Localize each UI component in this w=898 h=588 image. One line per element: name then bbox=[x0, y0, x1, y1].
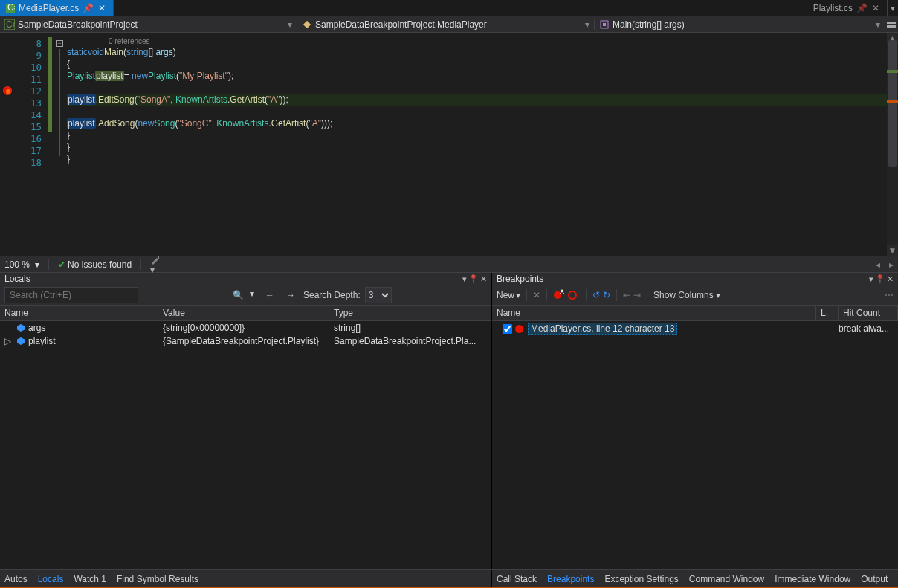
zoom-level[interactable]: 100 % ▾ bbox=[4, 259, 39, 270]
cell-value: {SampleDataBreakpointProject.Playlist} bbox=[158, 336, 329, 346]
scrollbar-thumb[interactable] bbox=[888, 40, 897, 167]
breakpoint-dot-icon bbox=[515, 325, 523, 333]
locals-row[interactable]: ▷playlist{SampleDataBreakpointProject.Pl… bbox=[0, 335, 491, 348]
depth-select[interactable]: 3 bbox=[365, 287, 392, 303]
depth-label: Search Depth: bbox=[303, 290, 361, 300]
chevron-down-icon: ▾ bbox=[585, 19, 589, 30]
tool-tab[interactable]: Exception Settings bbox=[604, 574, 678, 584]
pin-icon[interactable]: 📍 bbox=[875, 274, 885, 284]
col-value[interactable]: Value bbox=[158, 306, 329, 320]
locals-header[interactable]: Name Value Type bbox=[0, 306, 491, 321]
tool-tab[interactable]: Breakpoints bbox=[547, 574, 594, 584]
tool-tab[interactable]: Locals bbox=[38, 574, 64, 584]
breakpoints-grid[interactable]: MediaPlayer.cs, line 12 character 13brea… bbox=[492, 321, 898, 569]
close-icon[interactable]: ✕ bbox=[870, 3, 881, 13]
col-hitcount[interactable]: Hit Count bbox=[839, 306, 898, 320]
scroll-down-icon[interactable]: ▼ bbox=[887, 245, 898, 256]
class-dropdown[interactable]: SampleDataBreakpointProject.MediaPlayer … bbox=[297, 19, 595, 30]
search-input[interactable] bbox=[4, 287, 138, 303]
cell-name: playlist bbox=[12, 336, 158, 346]
cleanup-button[interactable]: ▾ bbox=[150, 254, 161, 275]
tool-tab[interactable]: Output bbox=[861, 574, 888, 584]
show-columns-button[interactable]: Show Columns ▾ bbox=[653, 290, 720, 300]
svg-rect-8 bbox=[158, 256, 159, 259]
tool-tab[interactable]: Call Stack bbox=[497, 574, 537, 584]
nav-forward-button[interactable]: → bbox=[282, 287, 299, 303]
hscroll-right-icon[interactable]: ▸ bbox=[889, 259, 894, 270]
locals-row[interactable]: args{string[0x00000000]}string[] bbox=[0, 321, 491, 335]
svg-rect-7 bbox=[887, 25, 896, 28]
dropdown-icon[interactable]: ▾ bbox=[250, 288, 254, 299]
svg-rect-5 bbox=[603, 23, 606, 26]
project-dropdown[interactable]: C# SampleDataBreakpointProject ▾ bbox=[0, 19, 297, 30]
go-to-disasm-button[interactable]: ⇥ bbox=[633, 290, 641, 300]
cell-type: string[] bbox=[329, 323, 491, 333]
col-type[interactable]: Type bbox=[329, 306, 491, 320]
csharp-project-icon: C# bbox=[4, 19, 15, 30]
tab-overflow[interactable]: ▾ bbox=[888, 0, 898, 16]
tab-playlist[interactable]: Playlist.cs 📌 ✕ bbox=[807, 0, 888, 16]
export-button[interactable]: ↻ bbox=[603, 290, 610, 300]
breakpoint-checkbox[interactable] bbox=[503, 324, 512, 334]
close-icon[interactable]: ✕ bbox=[97, 3, 107, 13]
close-icon[interactable]: ✕ bbox=[480, 274, 487, 284]
breakpoint-x-icon: x bbox=[553, 289, 565, 301]
panel-title-bar[interactable]: Locals ▾ 📍 ✕ bbox=[0, 273, 491, 285]
svg-rect-6 bbox=[887, 22, 896, 24]
cell-name: args bbox=[12, 323, 158, 333]
hscroll-left-icon[interactable]: ◂ bbox=[876, 259, 880, 270]
overflow-icon[interactable]: ⋯ bbox=[885, 290, 894, 300]
editor-gutter[interactable]: 89101112131415161718 bbox=[0, 33, 52, 256]
editor-status-bar: 100 % ▾ ✔ No issues found ▾ ◂ ▸ bbox=[0, 256, 898, 273]
panel-title-text: Breakpoints bbox=[497, 274, 543, 284]
brush-icon bbox=[150, 254, 161, 265]
crumb-text: SampleDataBreakpointProject bbox=[18, 19, 138, 30]
tab-mediaplayer[interactable]: C# MediaPlayer.cs 📌 ✕ bbox=[0, 0, 114, 16]
window-menu-icon[interactable]: ▾ bbox=[462, 274, 467, 284]
method-icon bbox=[599, 19, 610, 30]
panel-title-text: Locals bbox=[4, 274, 30, 284]
tab-label: MediaPlayer.cs bbox=[19, 3, 79, 13]
split-editor-button[interactable] bbox=[885, 19, 898, 30]
tool-tab[interactable]: Autos bbox=[4, 574, 28, 584]
svg-text:x: x bbox=[560, 289, 564, 296]
tool-tab[interactable]: Find Symbol Results bbox=[117, 574, 198, 584]
nav-back-button[interactable]: ← bbox=[262, 287, 278, 303]
breakpoint-marker bbox=[887, 100, 898, 103]
tool-tab[interactable]: Command Window bbox=[689, 574, 764, 584]
error-health[interactable]: ✔ No issues found bbox=[58, 259, 132, 270]
new-breakpoint-button[interactable]: New ▾ bbox=[497, 290, 520, 300]
toggle-all-button[interactable] bbox=[568, 289, 580, 301]
close-icon[interactable]: ✕ bbox=[887, 274, 894, 284]
pin-icon[interactable]: 📌 bbox=[83, 3, 93, 13]
vertical-scrollbar[interactable]: ▲ ▼ bbox=[887, 33, 898, 256]
window-menu-icon[interactable]: ▾ bbox=[869, 274, 873, 284]
breakpoints-header[interactable]: Name L. Hit Count bbox=[492, 306, 898, 321]
document-tab-strip: C# MediaPlayer.cs 📌 ✕ Playlist.cs 📌 ✕ ▾ bbox=[0, 0, 898, 16]
breakpoint-row[interactable]: MediaPlayer.cs, line 12 character 13brea… bbox=[492, 321, 898, 336]
outline-margin[interactable]: − bbox=[52, 33, 67, 256]
cell-value: {string[0x00000000]} bbox=[158, 323, 329, 333]
panel-title-bar[interactable]: Breakpoints ▾ 📍 ✕ bbox=[492, 273, 898, 285]
locals-toolbar: 🔍 ▾ ← → Search Depth: 3 bbox=[0, 285, 491, 306]
tab-label: Playlist.cs bbox=[813, 3, 853, 13]
col-name[interactable]: Name bbox=[0, 306, 158, 320]
class-icon bbox=[302, 19, 312, 30]
codelens-references[interactable]: 0 references bbox=[67, 37, 898, 46]
member-dropdown[interactable]: Main(string[] args) ▾ bbox=[595, 19, 885, 30]
delete-breakpoint-button[interactable]: ✕ bbox=[533, 290, 540, 300]
code-editor[interactable]: 89101112131415161718 − 0 references stat… bbox=[0, 33, 898, 256]
import-button[interactable]: ↺ bbox=[592, 290, 600, 300]
col-labels[interactable]: L. bbox=[816, 306, 839, 320]
tool-tab[interactable]: Watch 1 bbox=[74, 574, 106, 584]
delete-all-button[interactable]: x bbox=[553, 289, 565, 301]
locals-grid[interactable]: args{string[0x00000000]}string[]▷playlis… bbox=[0, 321, 491, 569]
tool-tab[interactable]: Immediate Window bbox=[775, 574, 850, 584]
col-name[interactable]: Name bbox=[492, 306, 816, 320]
expand-toggle[interactable]: ▷ bbox=[0, 336, 12, 346]
pin-icon[interactable]: 📍 bbox=[468, 274, 479, 284]
pin-icon[interactable]: 📌 bbox=[856, 3, 867, 13]
go-to-source-button[interactable]: ⇤ bbox=[623, 290, 630, 300]
search-icon[interactable]: 🔍 bbox=[233, 290, 244, 300]
code-surface[interactable]: 0 references static void Main(string[] a… bbox=[67, 33, 898, 256]
